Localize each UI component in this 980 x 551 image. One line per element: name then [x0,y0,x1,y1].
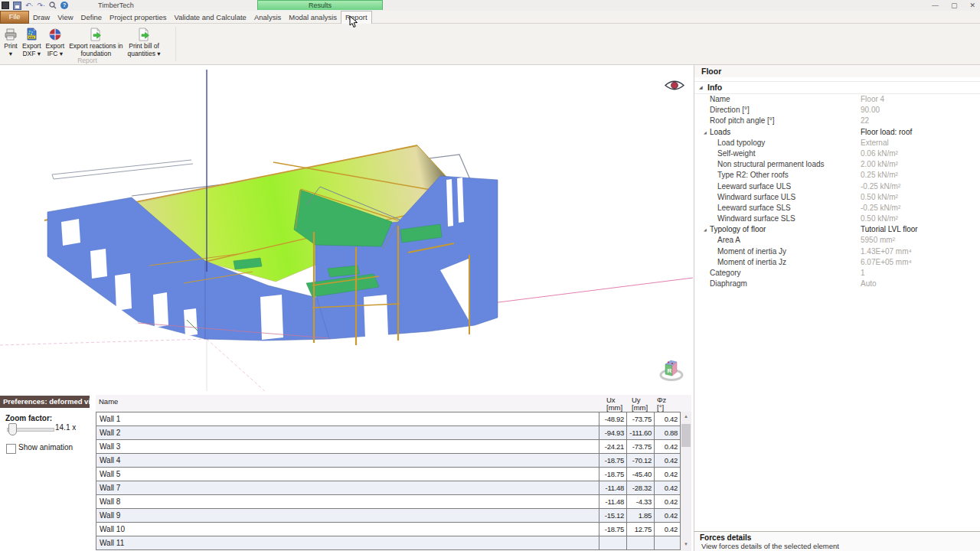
prop-value[interactable]: 90.00 [861,105,880,116]
preferences-header: Preferences: deformed view [0,396,90,408]
col-header-name[interactable]: Name [96,395,606,412]
print-bill-button[interactable]: Print bill ofquantities ▾ [126,24,163,58]
prop-label: Type R2: Other roofs [717,170,789,181]
prop-value[interactable]: 0.50 kN/m² [861,192,898,203]
scroll-down-icon[interactable]: ▼ [681,540,691,549]
prop-row-category: Category1 [694,268,980,279]
section-info[interactable]: ◢ Info [694,81,980,94]
prop-label: Roof pitch angle [°] [710,116,775,126]
table-header: Name Ux[mm] Uy[mm] Φz[°] [96,395,691,412]
model-viewport[interactable]: R [0,65,694,395]
prop-row-inertia-jy: Moment of inertia Jy1.43E+07 mm⁴ [694,246,980,257]
deformed-model-scene [0,65,694,395]
undo-icon[interactable]: ↶· [25,2,34,9]
col-header-uy[interactable]: Uy[mm] [632,395,657,412]
scroll-up-icon[interactable]: ▲ [681,412,691,422]
prop-value[interactable]: 0.25 kN/m² [861,170,898,181]
preferences-panel: Preferences: deformed view Zoom factor: … [0,395,96,551]
prop-row-name: NameFloor 4 [694,94,980,105]
zoom-slider-thumb[interactable] [8,423,17,435]
redo-icon[interactable]: ↷· [38,2,46,9]
scrollbar-thumb[interactable] [681,424,691,447]
table-row-wall-9[interactable]: Wall 9-15.121.850.42 [96,508,681,523]
show-animation-checkbox[interactable] [6,444,16,454]
tab-draw[interactable]: Draw [29,11,54,24]
minimize-button[interactable]: — [932,2,939,9]
prop-row-windward-uls: Windward surface ULS0.50 kN/m² [694,192,980,203]
cell-name: Wall 1 [96,412,599,425]
save-icon[interactable] [13,2,21,10]
prop-row-leeward-sls: Leeward surface SLS-0.25 kN/m² [694,203,980,214]
prop-row-typology-of-floor[interactable]: ◢Typology of floorTutorial LVL floor [694,224,980,235]
prop-label: Diaphragm [710,279,747,289]
eye-icon[interactable] [665,79,684,92]
cell-phiz: 0.42 [655,412,680,425]
col-header-phiz[interactable]: Φz[°] [657,395,681,412]
table-scrollbar[interactable]: ▲ ▼ [681,412,691,551]
table-row-wall-7[interactable]: Wall 7-11.48-28.320.42 [96,481,681,495]
prop-value[interactable]: 0.50 kN/m² [861,214,898,224]
col-header-ux[interactable]: Ux[mm] [606,395,632,412]
export-ifc-button[interactable]: ExportIFC ▾ [44,24,67,58]
mouse-cursor-icon [349,15,358,28]
tab-analysis[interactable]: Analysis [250,11,285,24]
prop-value[interactable]: 0.06 kN/m² [861,148,898,159]
print-button[interactable]: Print▾ [2,24,20,58]
forces-details-panel[interactable]: Forces details View forces details of th… [694,531,980,551]
ifc-file-icon [48,28,62,41]
prop-value[interactable]: External [861,138,889,148]
prop-row-loads[interactable]: ◢LoadsFloor load: roof [694,127,980,138]
prop-value[interactable]: Floor 4 [861,94,884,105]
prop-label: Windward surface ULS [717,192,795,203]
table-row-wall-1[interactable]: Wall 1-48.92-73.750.42 [96,412,681,426]
prop-row-roof-pitch: Roof pitch angle [°]22 [694,116,980,126]
properties-panel: Floor ◢ Info NameFloor 4 Direction [°]90… [694,65,980,531]
tab-define[interactable]: Define [77,11,106,24]
prop-value[interactable]: -0.25 kN/m² [861,203,900,214]
cell-name: Wall 5 [96,468,599,481]
table-row-wall-4[interactable]: Wall 4-18.75-70.120.42 [96,453,681,468]
prop-value[interactable]: 5950 mm² [861,235,895,246]
cell-phiz: 0.42 [655,454,680,467]
cell-name: Wall 10 [96,523,599,536]
help-icon[interactable]: ? [60,2,68,9]
prop-value[interactable]: 2.00 kN/m² [861,159,898,170]
maximize-button[interactable]: ▢ [951,2,958,9]
tab-project-properties[interactable]: Project properties [106,11,170,24]
prop-value[interactable]: 22 [861,116,869,126]
export-reactions-icon [89,28,103,41]
export-dxf-button[interactable]: ExportDXF ▾ [20,24,44,58]
export-reactions-button[interactable]: Export reactions infoundation [67,24,125,58]
cube-letter: R [668,367,672,374]
file-menu-button[interactable]: File [0,11,29,24]
orientation-cube[interactable]: R [658,357,684,382]
table-row-wall-8[interactable]: Wall 8-11.48-4.330.42 [96,494,681,509]
prop-value[interactable]: -0.25 kN/m² [861,181,900,192]
ribbon-group-label: Report [0,57,175,64]
prop-row-type-r2: Type R2: Other roofs0.25 kN/m² [694,170,980,181]
table-row-wall-10[interactable]: Wall 10-18.7512.750.42 [96,522,681,536]
prop-value[interactable]: Auto [861,279,877,289]
cell-phiz [655,536,680,549]
cell-ux [599,536,627,549]
window-title: TimberTech [98,2,134,9]
prop-value[interactable]: 1.43E+07 mm⁴ [861,246,912,257]
prop-value[interactable]: 6.07E+05 mm⁴ [861,257,912,268]
tab-validate-and-calculate[interactable]: Validate and Calculate [171,11,250,24]
table-row-wall-5[interactable]: Wall 5-18.75-45.400.42 [96,467,681,481]
tab-view[interactable]: View [54,11,77,24]
cell-ux: -11.48 [599,495,627,508]
table-row-wall-11[interactable]: Wall 11 [96,536,681,550]
cell-ux: -18.75 [599,468,627,481]
table-row-wall-2[interactable]: Wall 2-94.93-111.600.88 [96,425,681,440]
close-button[interactable]: ✕ [969,2,975,9]
tab-modal-analysis[interactable]: Modal analysis [285,11,341,24]
cell-uy: -111.60 [627,426,655,439]
prop-row-load-typology: Load typologyExternal [694,138,980,148]
table-body: Wall 1-48.92-73.750.42 Wall 2-94.93-111.… [96,412,681,551]
prop-value: Tutorial LVL floor [861,224,918,235]
prop-value[interactable]: 1 [861,268,865,279]
table-row-wall-3[interactable]: Wall 3-24.21-73.750.42 [96,439,681,454]
cell-name: Wall 8 [96,495,599,508]
cell-uy: 1.85 [627,509,655,522]
